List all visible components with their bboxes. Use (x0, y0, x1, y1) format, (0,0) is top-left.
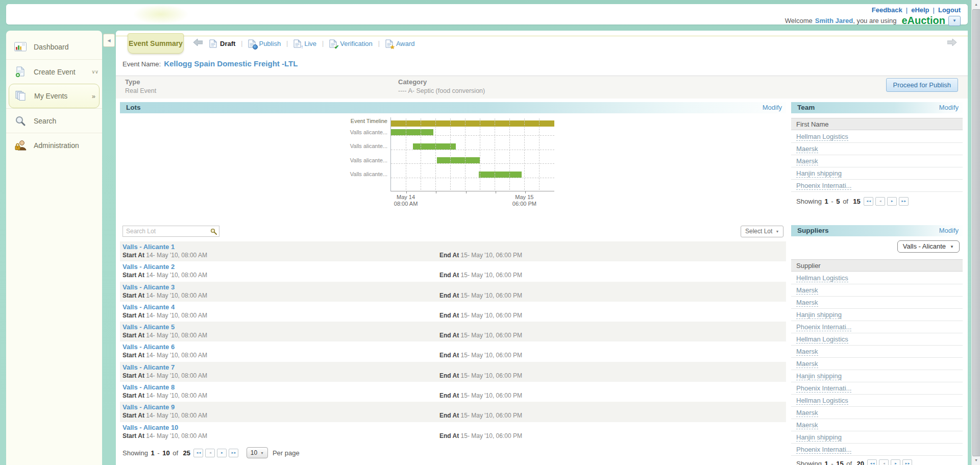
supplier-name-link[interactable]: Maersk (796, 421, 818, 429)
lot-name-link[interactable]: Valls - Alicante 9 (122, 403, 175, 411)
supplier-name-link[interactable]: Hellman Logistics (796, 397, 848, 405)
workflow-step-verification[interactable]: ✔Verification (329, 39, 373, 48)
team-pagination: Showing 1 - 5 of 15◄◄◄►►► (796, 197, 909, 206)
logo-area (133, 4, 189, 25)
event-name-row: Event Name: Kellogg Spain Domestic Freig… (122, 59, 298, 68)
lot-row: Valls - Alicante 9Start At 14- May '10, … (120, 402, 786, 422)
team-range-separator: - (829, 198, 836, 205)
lot-row: Valls - Alicante 10Start At 14- May '10,… (120, 422, 786, 442)
lot-name-link[interactable]: Valls - Alicante 1 (122, 243, 175, 251)
search-lot-input[interactable] (122, 226, 219, 237)
proceed-for-publish-button[interactable]: Proceed for Publish (886, 78, 958, 92)
supplier-row: Hellman Logistics (791, 272, 963, 284)
per-page-dropdown[interactable]: 10▼ (247, 447, 268, 458)
lot-row: Valls - Alicante 5Start At 14- May '10, … (120, 322, 786, 341)
lot-name-link[interactable]: Valls - Alicante 5 (122, 323, 175, 331)
suppliers-last-page-button[interactable]: ►► (902, 459, 912, 465)
start-at-label: Start At (122, 312, 144, 319)
lots-prev-page-button[interactable]: ◄ (205, 449, 215, 457)
topbar-link-feedback[interactable]: Feedback (872, 6, 902, 14)
lot-name-link[interactable]: Valls - Alicante 2 (122, 263, 175, 271)
sidebar-item-my-events[interactable]: My Events» (9, 84, 100, 108)
select-lot-dropdown[interactable]: Select Lot▼ (741, 226, 783, 237)
supplier-name-link[interactable]: Phoenix Internati... (796, 384, 851, 393)
lots-last-page-button[interactable]: ►► (229, 449, 238, 457)
gantt-lot-bar (413, 143, 456, 150)
lot-name-link[interactable]: Valls - Alicante 8 (122, 383, 175, 391)
topbar-link-logout[interactable]: Logout (938, 6, 961, 14)
end-at-label: End At (439, 372, 459, 379)
supplier-row: Maersk (791, 407, 963, 419)
lots-first-page-button[interactable]: ◄◄ (193, 449, 203, 457)
end-at-value: 15- May '10, 06:00 PM (461, 372, 522, 379)
step-separator: | (241, 40, 242, 47)
event-name-link[interactable]: Kellogg Spain Domestic Freight -LTL (164, 59, 298, 68)
supplier-name-link[interactable]: Phoenix Internati... (796, 323, 851, 331)
supplier-row: Phoenix Internati... (791, 382, 963, 395)
suppliers-prev-page-button[interactable]: ◄ (879, 459, 889, 465)
sidebar-item-administration[interactable]: Administration (6, 133, 102, 157)
search-lot-icon[interactable] (210, 228, 217, 237)
workflow-step-award[interactable]: ★Award (385, 39, 415, 48)
workflow-step-live[interactable]: ↑Live (293, 39, 316, 48)
team-next-page-button[interactable]: ► (887, 197, 897, 206)
submenu-arrow-icon: » (92, 92, 95, 100)
suppliers-modify-link[interactable]: Modify (939, 225, 959, 236)
topbar-link-ehelp[interactable]: eHelp (911, 6, 929, 14)
supplier-name-link[interactable]: Maersk (796, 299, 818, 307)
lot-name-link[interactable]: Valls - Alicante 4 (122, 303, 175, 311)
team-name-link[interactable]: Phoenix Internati... (796, 182, 851, 190)
scrollbar-down-arrow[interactable]: ▼ (972, 456, 980, 464)
supplier-name-link[interactable]: Hellman Logistics (796, 274, 848, 282)
supplier-name-link[interactable]: Maersk (796, 409, 818, 417)
lot-name-link[interactable]: Valls - Alicante 6 (122, 343, 175, 351)
team-last-page-button[interactable]: ►► (899, 197, 909, 206)
sidebar-item-create-event[interactable]: Create Event∨∨ (6, 59, 102, 84)
supplier-name-link[interactable]: Maersk (796, 360, 818, 368)
supplier-name-link[interactable]: Hanjin shipping (796, 311, 842, 319)
brand-logo: eAuction (901, 15, 945, 27)
welcome-suffix: , you are using (853, 17, 896, 25)
supplier-name-link[interactable]: Hanjin shipping (796, 433, 842, 442)
supplier-name-link[interactable]: Hanjin shipping (796, 372, 842, 380)
back-arrow-icon[interactable] (193, 39, 203, 48)
team-name-link[interactable]: Maersk (796, 145, 818, 153)
user-name-link[interactable]: Smith Jared (815, 17, 853, 25)
team-modify-link[interactable]: Modify (939, 102, 959, 113)
team-title: Team (797, 104, 815, 111)
supplier-name-link[interactable]: Phoenix Internati... (796, 446, 851, 454)
sidebar-item-search[interactable]: Search (6, 108, 102, 133)
lot-name-link[interactable]: Valls - Alicante 3 (122, 283, 175, 291)
supplier-name-link[interactable]: Hellman Logistics (796, 335, 848, 344)
suppliers-next-page-button[interactable]: ► (891, 459, 900, 465)
team-name-link[interactable]: Maersk (796, 157, 818, 165)
team-name-link[interactable]: Hanjin shipping (796, 169, 842, 178)
supplier-name-link[interactable]: Maersk (796, 348, 818, 356)
lots-modify-link[interactable]: Modify (763, 102, 782, 113)
workflow-step-publish[interactable]: Publish (248, 39, 281, 48)
forward-arrow-icon[interactable] (947, 39, 957, 48)
gantt-gridline (509, 118, 510, 190)
sidebar-item-dashboard[interactable]: Dashboard (6, 35, 102, 59)
gantt-gridline (391, 135, 554, 136)
workflow-step-draft[interactable]: Draft (209, 39, 235, 48)
team-prev-page-button[interactable]: ◄ (875, 197, 885, 206)
supplier-row: Phoenix Internati... (791, 444, 963, 456)
app-switcher-dropdown[interactable]: ▼ (948, 16, 961, 26)
globe-badge-icon (253, 44, 258, 50)
team-name-link[interactable]: Hellman Logistics (796, 133, 848, 141)
suppliers-first-page-button[interactable]: ◄◄ (867, 459, 877, 465)
supplier-name-link[interactable]: Maersk (796, 286, 818, 295)
search-lot-wrapper (122, 226, 219, 237)
lot-name-link[interactable]: Valls - Alicante 7 (122, 363, 175, 371)
lots-next-page-button[interactable]: ► (217, 449, 227, 457)
collapse-sidebar-button[interactable]: ◀ (103, 34, 115, 47)
scrollbar-thumb[interactable] (972, 9, 980, 456)
gantt-row-label: Valls alicante... (347, 171, 387, 177)
team-first-page-button[interactable]: ◄◄ (864, 197, 873, 206)
lot-name-link[interactable]: Valls - Alicante 10 (122, 424, 178, 431)
dashboard-chart-icon (12, 42, 29, 52)
scrollbar-up-arrow[interactable]: ▲ (972, 1, 980, 9)
tab-event-summary[interactable]: Event Summary (128, 33, 184, 54)
suppliers-lot-filter-dropdown[interactable]: Valls - Alicante▼ (897, 240, 960, 253)
